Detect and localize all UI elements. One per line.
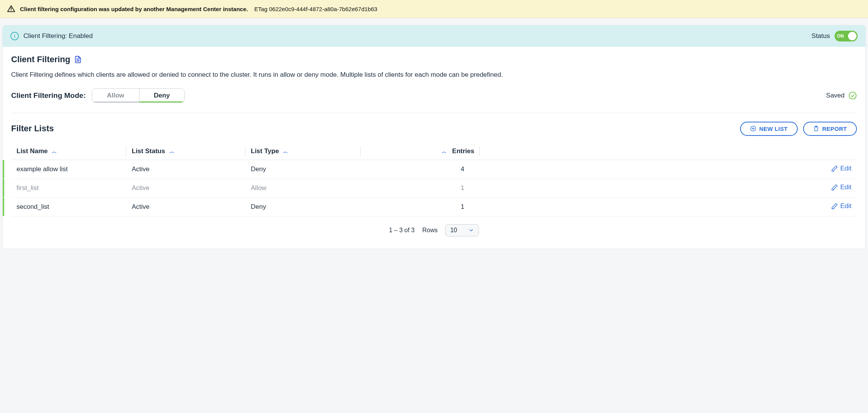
mode-allow-button[interactable]: Allow [92, 89, 139, 102]
sort-asc-icon: ︿ [442, 148, 447, 155]
info-icon: i [10, 32, 19, 40]
sort-asc-icon: ︿ [52, 148, 57, 155]
cell-list-status: Active [126, 197, 245, 216]
warning-text: Client filtering configuration was updat… [20, 6, 377, 12]
cell-entries: 1 [361, 178, 480, 197]
status-label: Status [812, 32, 830, 40]
col-header-status-label: List Status [132, 147, 165, 155]
filter-lists-title: Filter Lists [11, 124, 54, 134]
table-row: example allow listActiveDeny4Edit [11, 160, 857, 178]
edit-link[interactable]: Edit [831, 165, 851, 172]
svg-point-5 [849, 92, 856, 99]
table-row: first_listActiveAllow1Edit [11, 178, 857, 197]
warning-etag-text: ETag 0622e0c9-444f-4872-a80a-7b62e67d1b6… [254, 6, 377, 12]
sort-asc-icon: ︿ [283, 148, 288, 155]
rows-value: 10 [450, 227, 457, 234]
cell-list-name: example allow list [11, 160, 126, 178]
cell-entries: 4 [361, 160, 480, 178]
cell-list-name: second_list [11, 197, 126, 216]
status-bar: i Client Filtering: Enabled Status ON [3, 25, 865, 47]
chevron-down-icon [469, 228, 474, 233]
report-button[interactable]: REPORT [803, 122, 857, 136]
pagination: 1 – 3 of 3 Rows 10 [11, 216, 857, 240]
toggle-on-text: ON [837, 33, 844, 39]
edit-link[interactable]: Edit [831, 183, 851, 191]
warning-banner: Client filtering configuration was updat… [0, 0, 868, 18]
saved-label: Saved [826, 92, 845, 99]
cell-list-type: Allow [245, 178, 361, 197]
col-header-name[interactable]: List Name ︿ [11, 143, 126, 160]
pencil-icon [831, 184, 838, 191]
edit-link[interactable]: Edit [831, 202, 851, 210]
pencil-icon [831, 165, 838, 172]
edit-label: Edit [840, 202, 851, 210]
col-header-type[interactable]: List Type ︿ [245, 143, 361, 160]
cell-list-type: Deny [245, 197, 361, 216]
cell-list-status: Active [126, 160, 245, 178]
col-header-name-label: List Name [17, 147, 48, 155]
mode-segmented-control: Allow Deny [92, 88, 185, 103]
table-row: second_listActiveDeny1Edit [11, 197, 857, 216]
mode-deny-button[interactable]: Deny [139, 89, 185, 102]
edit-label: Edit [840, 165, 851, 172]
status-toggle[interactable]: ON [835, 31, 858, 41]
cell-actions: Edit [480, 178, 857, 197]
mode-label: Client Filtering Mode: [11, 91, 86, 100]
clipboard-icon [813, 126, 819, 132]
section-description: Client Filtering defines which clients a… [11, 70, 580, 80]
status-title: Client Filtering: Enabled [23, 32, 93, 40]
filter-lists-table: List Name ︿ List Status ︿ List Type ︿ ︿ … [11, 143, 857, 216]
pagination-range: 1 – 3 of 3 [389, 227, 415, 234]
pagination-rows-label: Rows [422, 227, 437, 234]
cell-list-status: Active [126, 178, 245, 197]
col-header-entries-label: Entries [452, 147, 474, 155]
cell-actions: Edit [480, 160, 857, 178]
new-list-button[interactable]: NEW LIST [740, 122, 798, 136]
cell-list-type: Deny [245, 160, 361, 178]
col-header-status[interactable]: List Status ︿ [126, 143, 245, 160]
sort-asc-icon: ︿ [169, 148, 174, 155]
cell-entries: 1 [361, 197, 480, 216]
document-icon[interactable] [74, 55, 82, 64]
new-list-label: NEW LIST [759, 126, 788, 132]
check-circle-icon [848, 91, 857, 100]
cell-actions: Edit [480, 197, 857, 216]
warning-bold-text: Client filtering configuration was updat… [20, 6, 248, 12]
col-header-entries[interactable]: ︿ Entries [361, 143, 480, 160]
pencil-icon [831, 203, 838, 210]
col-header-type-label: List Type [251, 147, 279, 155]
toggle-knob [848, 32, 856, 40]
section-title: Client Filtering [11, 55, 70, 64]
warning-icon [7, 5, 15, 13]
plus-circle-icon [750, 126, 756, 132]
report-label: REPORT [822, 126, 847, 132]
rows-per-page-select[interactable]: 10 [445, 224, 479, 236]
cell-list-name: first_list [11, 178, 126, 197]
col-header-actions [480, 143, 857, 160]
edit-label: Edit [840, 183, 851, 191]
svg-point-1 [11, 10, 12, 11]
client-filtering-card: i Client Filtering: Enabled Status ON Cl… [2, 25, 866, 249]
